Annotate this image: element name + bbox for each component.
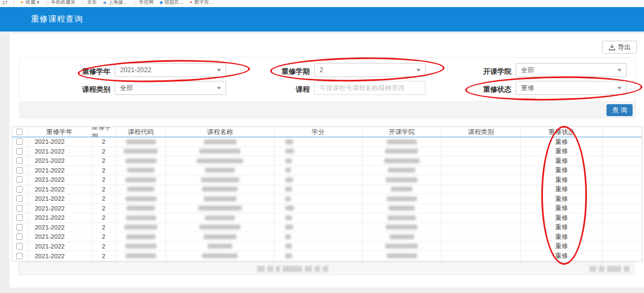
table-row: 2021-2022 2 重修	[12, 223, 642, 233]
redacted-pagination-item	[607, 266, 621, 272]
label-offering-college: 开课学院	[446, 67, 511, 77]
cell-retake-term: 2	[92, 175, 116, 184]
row-checkbox[interactable]	[16, 186, 23, 193]
redacted-course-name	[204, 139, 236, 144]
cell-retake-term: 2	[92, 204, 116, 213]
row-checkbox[interactable]	[16, 253, 23, 259]
redacted-course-code	[124, 149, 158, 154]
export-button[interactable]: 导出	[602, 41, 637, 54]
bookmark-item[interactable]: ◉上海健...	[103, 0, 127, 6]
query-button[interactable]: 查 询	[607, 104, 633, 116]
row-checkbox[interactable]	[16, 243, 23, 250]
column-header-name: 课程名称	[166, 127, 275, 137]
row-checkbox[interactable]	[16, 167, 23, 174]
cell-retake-status: 重修	[521, 232, 603, 241]
table-row: 2021-2022 2 重修	[12, 251, 642, 261]
table-row: 2021-2022 2 重修	[12, 175, 642, 185]
bookmark-label: 校园百...	[165, 0, 184, 6]
bookmark-item[interactable]: ★收藏 ▾	[20, 0, 39, 6]
course-category-select[interactable]: 全部	[115, 81, 226, 95]
column-header-year: 重修学年	[28, 127, 92, 137]
cell-filler	[603, 137, 642, 146]
retake-year-select[interactable]: 2021-2022	[115, 63, 226, 77]
bookmark-item[interactable]: ✦数字百...	[189, 0, 213, 6]
redacted-pagination-item	[267, 266, 273, 272]
redacted-course-code	[127, 168, 154, 173]
cell-category	[442, 232, 521, 241]
retake-status-select[interactable]: 重修	[516, 81, 627, 95]
row-checkbox-cell	[12, 232, 28, 241]
redacted-course-name	[205, 168, 235, 173]
redacted-credit	[285, 196, 291, 201]
cell-filler	[603, 156, 642, 165]
row-checkbox[interactable]	[16, 138, 23, 145]
redacted-course-code	[126, 177, 156, 182]
redacted-credit	[285, 158, 292, 163]
redacted-course-code	[126, 244, 157, 249]
cell-filler	[603, 242, 642, 251]
redacted-credit	[285, 149, 294, 154]
row-checkbox[interactable]	[16, 233, 23, 240]
redacted-college	[391, 187, 412, 192]
redacted-college	[389, 206, 415, 211]
cell-category	[442, 242, 521, 251]
row-checkbox[interactable]	[16, 148, 23, 155]
column-header-category: 课程类别	[442, 127, 521, 137]
main-panel: 导出 重修学年 2021-2022 重修学期 2 开课学院 全部 课程类别 全部…	[10, 34, 644, 288]
cell-retake-status: 重修	[521, 175, 603, 184]
bookmark-label: 京东	[87, 0, 97, 6]
bookmark-label: 手机收藏夹	[51, 0, 76, 6]
cell-filler	[603, 223, 642, 232]
redacted-course-code	[126, 234, 155, 239]
cell-retake-year: 2021-2022	[28, 137, 92, 146]
row-checkbox[interactable]	[16, 176, 23, 183]
row-checkbox-cell	[12, 204, 28, 213]
filter-footer-bar: 查 询	[20, 101, 635, 118]
row-checkbox-cell	[12, 194, 28, 203]
redacted-course-name	[204, 196, 236, 201]
redacted-credit	[285, 225, 293, 230]
cell-retake-year: 2021-2022	[28, 194, 92, 203]
retake-term-select[interactable]: 2	[314, 63, 426, 77]
redacted-credit	[285, 215, 292, 220]
cell-retake-term: 2	[92, 147, 116, 156]
redacted-college	[384, 158, 420, 163]
redacted-course-name	[198, 206, 242, 211]
bookmark-item[interactable]: ▢手机收藏夹	[45, 0, 76, 6]
row-checkbox-cell	[12, 242, 28, 251]
redacted-pagination-item	[305, 266, 312, 272]
bookmark-item[interactable]: ▢京东	[82, 0, 97, 6]
cell-retake-year: 2021-2022	[28, 204, 92, 213]
select-all-checkbox[interactable]	[16, 129, 23, 135]
course-search-input[interactable]	[314, 81, 426, 95]
offering-college-select[interactable]: 全部	[516, 63, 627, 77]
row-checkbox[interactable]	[16, 205, 23, 212]
cell-category	[442, 194, 521, 203]
bookmark-label: 学信网	[139, 0, 153, 6]
row-checkbox-cell	[12, 166, 28, 175]
redacted-course-name	[197, 158, 243, 163]
redacted-course-code	[126, 196, 157, 201]
column-header-code: 课程代码	[116, 127, 166, 137]
bookmark-item[interactable]: ▢学信网	[133, 0, 154, 6]
row-checkbox-cell	[12, 213, 28, 222]
retake-year-value: 2021-2022	[120, 66, 151, 74]
bookmark-item[interactable]: ◆校园百...	[159, 0, 183, 6]
cell-retake-year: 2021-2022	[28, 232, 92, 241]
bookmarks-edge-text: 17	[2, 0, 8, 5]
header-checkbox-cell	[12, 127, 28, 137]
cell-retake-year: 2021-2022	[28, 166, 92, 175]
cell-retake-term: 2	[92, 213, 116, 222]
row-checkbox[interactable]	[16, 214, 23, 221]
row-checkbox[interactable]	[16, 157, 23, 164]
redacted-pagination-item	[257, 266, 265, 272]
table-row: 2021-2022 2 重修	[12, 232, 642, 242]
redacted-college	[387, 253, 417, 258]
redacted-college	[385, 244, 418, 249]
redacted-course-code	[126, 158, 157, 163]
chevron-down-icon	[416, 69, 421, 72]
pagination-bar	[18, 262, 635, 275]
cell-category	[442, 166, 521, 175]
row-checkbox[interactable]	[16, 224, 23, 231]
row-checkbox[interactable]	[16, 195, 23, 202]
